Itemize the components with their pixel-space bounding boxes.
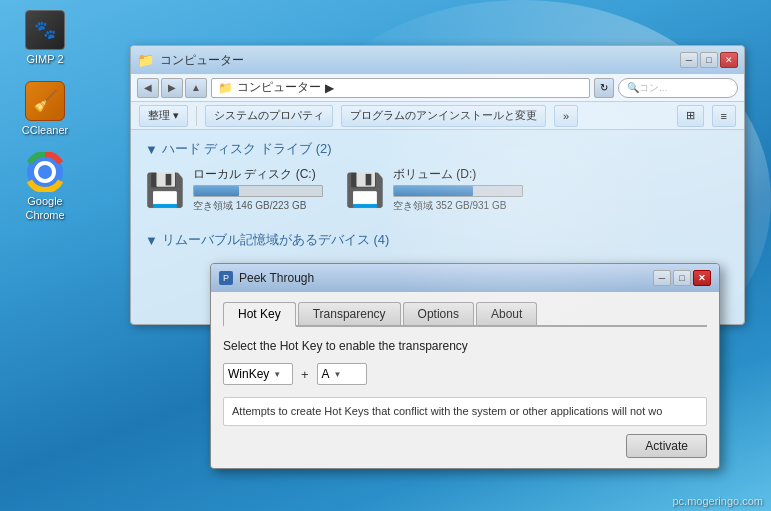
explorer-back-button[interactable]: ◀ bbox=[137, 78, 159, 98]
removable-header: ▼ リムーバブル記憶域があるデバイス (4) bbox=[145, 231, 730, 249]
tab-hotkey[interactable]: Hot Key bbox=[223, 302, 296, 327]
tab-bar: Hot Key Transparency Options About bbox=[223, 302, 707, 327]
section-arrow-removable: ▼ bbox=[145, 233, 158, 248]
toolbar-organize[interactable]: 整理 ▾ bbox=[139, 105, 188, 127]
svg-point-2 bbox=[38, 165, 52, 179]
drive-d-info: ボリューム (D:) 空き領域 352 GB/931 GB bbox=[393, 166, 525, 213]
explorer-minimize-button[interactable]: ─ bbox=[680, 52, 698, 68]
plus-sign: + bbox=[301, 367, 309, 382]
peek-close-button[interactable]: ✕ bbox=[693, 270, 711, 286]
peek-titlebar: P Peek Through ─ □ ✕ bbox=[211, 264, 719, 292]
folder-icon: 📁 bbox=[218, 81, 233, 95]
watermark: pc.mogeringo.com bbox=[673, 495, 764, 507]
peek-body: Hot Key Transparency Options About Selec… bbox=[211, 292, 719, 468]
drive-c-name: ローカル ディスク (C:) bbox=[193, 166, 325, 183]
letter-key-value: A bbox=[322, 367, 330, 381]
address-path[interactable]: 📁 コンピューター ▶ bbox=[211, 78, 590, 98]
removable-label: リムーバブル記憶域があるデバイス (4) bbox=[162, 231, 390, 249]
peek-through-dialog: P Peek Through ─ □ ✕ Hot Key Transparenc… bbox=[210, 263, 720, 469]
chrome-icon-desktop[interactable]: Google Chrome bbox=[10, 152, 80, 221]
drive-d-name: ボリューム (D:) bbox=[393, 166, 525, 183]
hard-drives-header: ▼ ハード ディスク ドライブ (2) bbox=[145, 140, 730, 158]
drive-c-icon: 💾 bbox=[145, 171, 185, 209]
peek-minimize-button[interactable]: ─ bbox=[653, 270, 671, 286]
toolbar-view-list[interactable]: ≡ bbox=[712, 105, 736, 127]
explorer-addressbar: ◀ ▶ ▲ 📁 コンピューター ▶ ↻ 🔍 コン... bbox=[131, 74, 744, 102]
tab-transparency[interactable]: Transparency bbox=[298, 302, 401, 325]
toolbar-uninstall[interactable]: プログラムのアンインストールと変更 bbox=[341, 105, 546, 127]
drive-d-fill bbox=[394, 186, 473, 196]
hotkey-content: Select the Hot Key to enable the transpa… bbox=[223, 339, 707, 458]
search-placeholder: コン... bbox=[639, 81, 667, 95]
ccleaner-label: CCleaner bbox=[22, 124, 68, 137]
explorer-forward-button[interactable]: ▶ bbox=[161, 78, 183, 98]
toolbar-more[interactable]: » bbox=[554, 105, 578, 127]
desktop: 🐾 GIMP 2 🧹 CCleaner bbox=[0, 0, 771, 511]
letter-dropdown-arrow: ▼ bbox=[334, 370, 342, 379]
explorer-close-button[interactable]: ✕ bbox=[720, 52, 738, 68]
peek-maximize-button[interactable]: □ bbox=[673, 270, 691, 286]
drive-grid: 💾 ローカル ディスク (C:) 空き領域 146 GB/223 GB � bbox=[145, 166, 730, 217]
drive-d[interactable]: 💾 ボリューム (D:) 空き領域 352 GB/931 GB bbox=[345, 166, 525, 217]
gimp-icon[interactable]: 🐾 GIMP 2 bbox=[10, 10, 80, 66]
tab-about[interactable]: About bbox=[476, 302, 537, 325]
drive-c-space: 空き領域 146 GB/223 GB bbox=[193, 199, 325, 213]
drive-d-icon: 💾 bbox=[345, 171, 385, 209]
drive-c-bar bbox=[193, 185, 323, 197]
drive-c-info: ローカル ディスク (C:) 空き領域 146 GB/223 GB bbox=[193, 166, 325, 213]
modifier-key-value: WinKey bbox=[228, 367, 269, 381]
drive-d-bar bbox=[393, 185, 523, 197]
search-box[interactable]: 🔍 コン... bbox=[618, 78, 738, 98]
letter-key-select[interactable]: A ▼ bbox=[317, 363, 367, 385]
address-chevron: ▶ bbox=[325, 81, 334, 95]
hotkey-row: WinKey ▼ + A ▼ bbox=[223, 363, 707, 385]
toolbar-separator-1 bbox=[196, 106, 197, 126]
modifier-dropdown-arrow: ▼ bbox=[273, 370, 281, 379]
ccleaner-icon-desktop[interactable]: 🧹 CCleaner bbox=[10, 81, 80, 137]
warning-text: Attempts to create Hot Keys that conflic… bbox=[223, 397, 707, 426]
explorer-maximize-button[interactable]: □ bbox=[700, 52, 718, 68]
desktop-icons: 🐾 GIMP 2 🧹 CCleaner bbox=[10, 10, 80, 222]
hotkey-label: Select the Hot Key to enable the transpa… bbox=[223, 339, 707, 353]
explorer-toolbar: 整理 ▾ システムのプロパティ プログラムのアンインストールと変更 » ⊞ ≡ bbox=[131, 102, 744, 130]
activate-button[interactable]: Activate bbox=[626, 434, 707, 458]
toolbar-view-icons[interactable]: ⊞ bbox=[677, 105, 704, 127]
toolbar-system-props[interactable]: システムのプロパティ bbox=[205, 105, 333, 127]
explorer-up-button[interactable]: ▲ bbox=[185, 78, 207, 98]
drive-c[interactable]: 💾 ローカル ディスク (C:) 空き領域 146 GB/223 GB bbox=[145, 166, 325, 217]
refresh-button[interactable]: ↻ bbox=[594, 78, 614, 98]
peek-title-icon: P bbox=[219, 271, 233, 285]
activate-row: Activate bbox=[223, 434, 707, 458]
drive-d-space: 空き領域 352 GB/931 GB bbox=[393, 199, 525, 213]
tab-options[interactable]: Options bbox=[403, 302, 474, 325]
hard-drives-label: ハード ディスク ドライブ (2) bbox=[162, 140, 332, 158]
explorer-window-controls: ─ □ ✕ bbox=[680, 52, 738, 68]
peek-window-controls: ─ □ ✕ bbox=[653, 270, 711, 286]
explorer-content: ▼ ハード ディスク ドライブ (2) 💾 ローカル ディスク (C:) 空き領… bbox=[131, 130, 744, 259]
gimp-label: GIMP 2 bbox=[26, 53, 63, 66]
explorer-titlebar: 📁 コンピューター ─ □ ✕ bbox=[131, 46, 744, 74]
address-text: コンピューター bbox=[237, 79, 321, 96]
chrome-label: Google Chrome bbox=[10, 195, 80, 221]
search-icon: 🔍 bbox=[627, 82, 639, 93]
drive-c-fill bbox=[194, 186, 239, 196]
explorer-title: コンピューター bbox=[160, 52, 674, 69]
modifier-key-select[interactable]: WinKey ▼ bbox=[223, 363, 293, 385]
section-arrow-hard: ▼ bbox=[145, 142, 158, 157]
peek-title-text: Peek Through bbox=[239, 271, 647, 285]
